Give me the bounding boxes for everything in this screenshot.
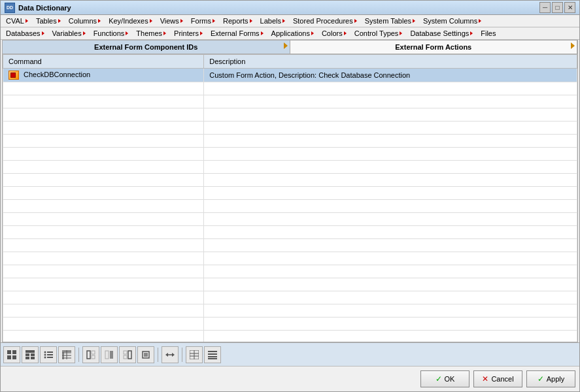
ok-button[interactable]: ✓ OK xyxy=(420,370,469,387)
toolbar-btn-grid3[interactable] xyxy=(186,346,203,363)
svg-rect-27 xyxy=(124,355,127,359)
table-row[interactable] xyxy=(3,331,577,342)
menu-applications[interactable]: Applications xyxy=(267,28,318,39)
svg-rect-28 xyxy=(128,351,131,359)
toolbar-btn-frame-right[interactable] xyxy=(119,346,136,363)
table-body: CheckDBConnection Custom Form Action, De… xyxy=(3,69,577,342)
apply-button[interactable]: ✓ Apply xyxy=(526,370,575,387)
table-row[interactable] xyxy=(3,200,577,213)
ok-icon: ✓ xyxy=(435,374,442,384)
toolbar-btn-frame-left[interactable] xyxy=(82,346,99,363)
menu-forms[interactable]: Forms xyxy=(187,16,219,26)
table-row[interactable]: CheckDBConnection Custom Form Action, De… xyxy=(3,69,577,82)
table-row[interactable] xyxy=(3,265,577,278)
close-button[interactable]: ✕ xyxy=(564,2,575,13)
menu-files[interactable]: Files xyxy=(477,28,500,39)
toolbar-btn-arrows[interactable] xyxy=(162,346,179,363)
window-controls: ─ □ ✕ xyxy=(539,2,575,13)
toolbar-separator-2 xyxy=(158,348,158,362)
menu-databases[interactable]: Databases xyxy=(2,28,48,39)
svg-rect-12 xyxy=(47,354,53,355)
table-row[interactable] xyxy=(3,148,577,161)
table-row[interactable] xyxy=(3,108,577,122)
svg-rect-14 xyxy=(47,357,53,358)
svg-rect-3 xyxy=(12,355,16,359)
title-bar: DD Data Dictionary ─ □ ✕ xyxy=(1,1,579,15)
menu-external-forms[interactable]: External Forms xyxy=(207,28,267,39)
table-row[interactable] xyxy=(3,239,577,252)
toolbar-btn-frame-small[interactable] xyxy=(137,346,154,363)
svg-rect-24 xyxy=(105,351,109,359)
svg-rect-10 xyxy=(47,351,53,353)
window-title: Data Dictionary xyxy=(18,4,539,12)
svg-rect-8 xyxy=(31,357,35,359)
menu-labels[interactable]: Labels xyxy=(256,16,289,26)
main-window: DD Data Dictionary ─ □ ✕ CVAL Tables Col… xyxy=(0,0,580,392)
toolbar-btn-frame-mid[interactable] xyxy=(101,346,118,363)
table-row[interactable] xyxy=(3,135,577,148)
menu-stored-procedures[interactable]: Stored Procedures xyxy=(289,16,361,26)
menu-themes[interactable]: Themes xyxy=(132,28,170,39)
table-row[interactable] xyxy=(3,213,577,226)
toolbar-btn-grid1[interactable] xyxy=(3,346,20,363)
menu-key-indexes[interactable]: Key/Indexes xyxy=(105,16,156,26)
menu-system-tables[interactable]: System Tables xyxy=(361,16,419,26)
cancel-icon: ✕ xyxy=(482,374,488,384)
tab-external-form-component-ids[interactable]: External Form Component IDs xyxy=(3,41,290,54)
menu-printers[interactable]: Printers xyxy=(170,28,207,39)
menu-tables[interactable]: Tables xyxy=(32,16,65,26)
table-row[interactable] xyxy=(3,174,577,187)
toolbar-btn-list[interactable] xyxy=(40,346,57,363)
menu-control-types[interactable]: Control Types xyxy=(350,28,407,39)
svg-rect-0 xyxy=(7,350,11,354)
toolbar-btn-table[interactable] xyxy=(58,346,75,363)
menu-database-settings[interactable]: Database Settings xyxy=(406,28,477,39)
menu-variables[interactable]: Variables xyxy=(48,28,90,39)
table-row[interactable] xyxy=(3,252,577,265)
table-row[interactable] xyxy=(3,291,577,304)
table-row[interactable] xyxy=(3,318,577,331)
menu-columns[interactable]: Columns xyxy=(65,16,105,26)
svg-rect-23 xyxy=(92,355,95,359)
toolbar-separator-3 xyxy=(182,348,182,362)
toolbar-btn-grid2[interactable] xyxy=(22,346,39,363)
menu-views[interactable]: Views xyxy=(156,16,187,26)
svg-rect-1 xyxy=(12,350,16,354)
toolbar-btn-lines[interactable] xyxy=(204,346,221,363)
svg-marker-33 xyxy=(172,353,175,357)
menu-system-columns[interactable]: System Columns xyxy=(419,16,485,26)
svg-rect-38 xyxy=(208,351,217,352)
toolbar-separator-1 xyxy=(78,348,79,362)
col-header-description: Description xyxy=(204,55,577,69)
menu-reports[interactable]: Reports xyxy=(219,16,256,26)
data-table-container: Command Description CheckDBConnection Cu xyxy=(3,54,577,342)
table-row[interactable] xyxy=(3,187,577,200)
svg-rect-6 xyxy=(31,353,35,356)
table-row[interactable] xyxy=(3,304,577,318)
tab-right-arrow xyxy=(571,42,575,49)
minimize-button[interactable]: ─ xyxy=(539,2,551,13)
svg-rect-5 xyxy=(26,353,29,356)
table-row[interactable] xyxy=(3,278,577,291)
tab-external-form-actions[interactable]: External Form Actions xyxy=(290,41,578,54)
table-row[interactable] xyxy=(3,95,577,108)
tab-left-arrow xyxy=(284,42,288,49)
svg-rect-30 xyxy=(144,353,148,357)
menu-row-2: Databases Variables Functions Themes Pri… xyxy=(1,27,579,40)
menu-row-1: CVAL Tables Columns Key/Indexes Views Fo… xyxy=(1,15,579,27)
cancel-button[interactable]: ✕ Cancel xyxy=(473,370,522,387)
table-row[interactable] xyxy=(3,161,577,174)
svg-rect-41 xyxy=(208,358,217,359)
svg-marker-32 xyxy=(165,353,168,357)
svg-point-13 xyxy=(44,356,46,358)
table-row[interactable] xyxy=(3,122,577,135)
svg-point-9 xyxy=(44,351,46,353)
menu-cval[interactable]: CVAL xyxy=(2,16,32,26)
menu-functions[interactable]: Functions xyxy=(90,28,133,39)
table-row[interactable] xyxy=(3,82,577,95)
split-tabs: External Form Component IDs External For… xyxy=(3,41,577,54)
maximize-button[interactable]: □ xyxy=(552,2,563,13)
table-row[interactable] xyxy=(3,226,577,239)
table-header: Command Description xyxy=(3,55,577,69)
menu-colors[interactable]: Colors xyxy=(318,28,350,39)
